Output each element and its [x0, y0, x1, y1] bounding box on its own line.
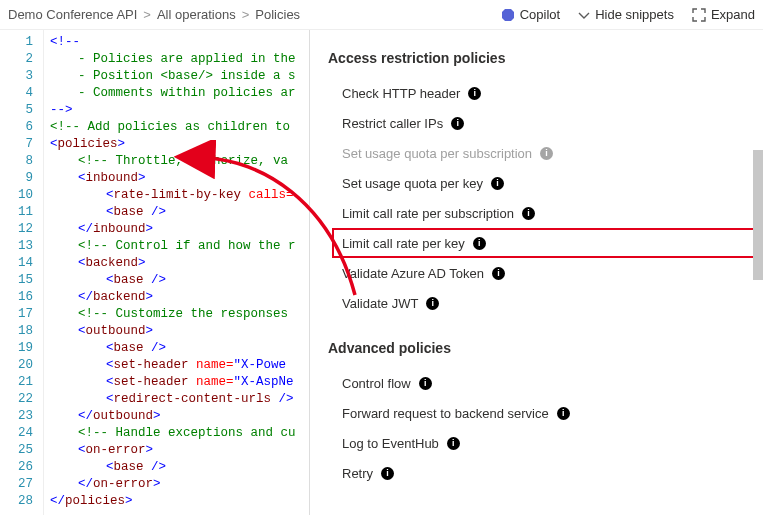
- copilot-icon: [501, 8, 515, 22]
- policy-item[interactable]: Limit call rate per subscriptioni: [342, 198, 755, 228]
- code-line[interactable]: <base />: [50, 204, 296, 221]
- policy-item[interactable]: Check HTTP headeri: [342, 78, 755, 108]
- info-icon: i: [540, 147, 553, 160]
- chevron-down-icon: [578, 9, 590, 21]
- line-number: 9: [0, 170, 33, 187]
- code-line[interactable]: <policies>: [50, 136, 296, 153]
- code-line[interactable]: - Position <base/> inside a s: [50, 68, 296, 85]
- code-line[interactable]: <!-- Add policies as children to: [50, 119, 296, 136]
- line-number: 15: [0, 272, 33, 289]
- scrollbar-thumb[interactable]: [753, 150, 763, 280]
- copilot-label: Copilot: [520, 7, 560, 22]
- line-number: 6: [0, 119, 33, 136]
- policy-item[interactable]: Retryi: [342, 458, 755, 488]
- info-icon[interactable]: i: [451, 117, 464, 130]
- info-icon[interactable]: i: [447, 437, 460, 450]
- line-number: 10: [0, 187, 33, 204]
- policy-label: Validate JWT: [342, 296, 418, 311]
- line-number: 21: [0, 374, 33, 391]
- code-line[interactable]: </policies>: [50, 493, 296, 510]
- line-number: 19: [0, 340, 33, 357]
- info-icon[interactable]: i: [381, 467, 394, 480]
- code-line[interactable]: <rate-limit-by-key calls=: [50, 187, 296, 204]
- code-line[interactable]: <base />: [50, 340, 296, 357]
- policy-item[interactable]: Limit call rate per keyi: [332, 228, 755, 258]
- code-line[interactable]: -->: [50, 102, 296, 119]
- policy-item[interactable]: Restrict caller IPsi: [342, 108, 755, 138]
- toolbar-actions: Copilot Hide snippets Expand: [501, 7, 755, 22]
- code-line[interactable]: <!-- Control if and how the r: [50, 238, 296, 255]
- info-icon[interactable]: i: [426, 297, 439, 310]
- policy-label: Set usage quota per key: [342, 176, 483, 191]
- code-line[interactable]: </on-error>: [50, 476, 296, 493]
- line-number: 18: [0, 323, 33, 340]
- policy-item: Set usage quota per subscriptioni: [342, 138, 755, 168]
- code-line[interactable]: <outbound>: [50, 323, 296, 340]
- policy-label: Log to EventHub: [342, 436, 439, 451]
- policy-item[interactable]: Control flowi: [342, 368, 755, 398]
- hide-snippets-button[interactable]: Hide snippets: [578, 7, 674, 22]
- code-line[interactable]: - Comments within policies ar: [50, 85, 296, 102]
- code-editor[interactable]: 1234567891011121314151617181920212223242…: [0, 30, 310, 515]
- info-icon[interactable]: i: [468, 87, 481, 100]
- policy-item[interactable]: Validate JWTi: [342, 288, 755, 318]
- line-number: 20: [0, 357, 33, 374]
- code-line[interactable]: <base />: [50, 272, 296, 289]
- top-bar: Demo Conference API > All operations > P…: [0, 0, 763, 30]
- access-restriction-list: Check HTTP headeriRestrict caller IPsiSe…: [328, 78, 755, 318]
- policy-item[interactable]: Validate Azure AD Tokeni: [342, 258, 755, 288]
- group-heading-advanced: Advanced policies: [328, 340, 755, 356]
- info-icon[interactable]: i: [557, 407, 570, 420]
- code-area[interactable]: <!--- Policies are applied in the- Posit…: [44, 30, 296, 515]
- info-icon[interactable]: i: [473, 237, 486, 250]
- code-line[interactable]: - Policies are applied in the: [50, 51, 296, 68]
- code-line[interactable]: <!-- Handle exceptions and cu: [50, 425, 296, 442]
- code-line[interactable]: <base />: [50, 459, 296, 476]
- breadcrumb-section[interactable]: Policies: [255, 7, 300, 22]
- policy-label: Limit call rate per key: [342, 236, 465, 251]
- code-line[interactable]: <set-header name="X-AspNe: [50, 374, 296, 391]
- line-number: 28: [0, 493, 33, 510]
- line-number: 23: [0, 408, 33, 425]
- code-line[interactable]: <!-- Customize the responses: [50, 306, 296, 323]
- line-gutter: 1234567891011121314151617181920212223242…: [0, 30, 44, 515]
- breadcrumb-api[interactable]: Demo Conference API: [8, 7, 137, 22]
- line-number: 16: [0, 289, 33, 306]
- info-icon[interactable]: i: [492, 267, 505, 280]
- line-number: 27: [0, 476, 33, 493]
- policy-item[interactable]: Set usage quota per keyi: [342, 168, 755, 198]
- info-icon[interactable]: i: [491, 177, 504, 190]
- code-line[interactable]: <on-error>: [50, 442, 296, 459]
- line-number: 8: [0, 153, 33, 170]
- code-line[interactable]: <set-header name="X-Powe: [50, 357, 296, 374]
- breadcrumb-sep: >: [242, 7, 250, 22]
- snippets-panel: Access restriction policies Check HTTP h…: [310, 30, 763, 515]
- line-number: 1: [0, 34, 33, 51]
- copilot-button[interactable]: Copilot: [501, 7, 560, 22]
- info-icon[interactable]: i: [522, 207, 535, 220]
- line-number: 7: [0, 136, 33, 153]
- code-line[interactable]: <backend>: [50, 255, 296, 272]
- code-line[interactable]: </inbound>: [50, 221, 296, 238]
- line-number: 25: [0, 442, 33, 459]
- code-line[interactable]: <!-- Throttle, authorize, va: [50, 153, 296, 170]
- line-number: 13: [0, 238, 33, 255]
- line-number: 12: [0, 221, 33, 238]
- policy-item[interactable]: Forward request to backend servicei: [342, 398, 755, 428]
- code-line[interactable]: <inbound>: [50, 170, 296, 187]
- code-line[interactable]: </backend>: [50, 289, 296, 306]
- breadcrumb-sep: >: [143, 7, 151, 22]
- policy-item[interactable]: Log to EventHubi: [342, 428, 755, 458]
- expand-button[interactable]: Expand: [692, 7, 755, 22]
- info-icon[interactable]: i: [419, 377, 432, 390]
- line-number: 4: [0, 85, 33, 102]
- advanced-policies-list: Control flowiForward request to backend …: [328, 368, 755, 488]
- policy-label: Control flow: [342, 376, 411, 391]
- line-number: 22: [0, 391, 33, 408]
- breadcrumb-scope[interactable]: All operations: [157, 7, 236, 22]
- line-number: 11: [0, 204, 33, 221]
- line-number: 24: [0, 425, 33, 442]
- code-line[interactable]: </outbound>: [50, 408, 296, 425]
- code-line[interactable]: <redirect-content-urls />: [50, 391, 296, 408]
- code-line[interactable]: <!--: [50, 34, 296, 51]
